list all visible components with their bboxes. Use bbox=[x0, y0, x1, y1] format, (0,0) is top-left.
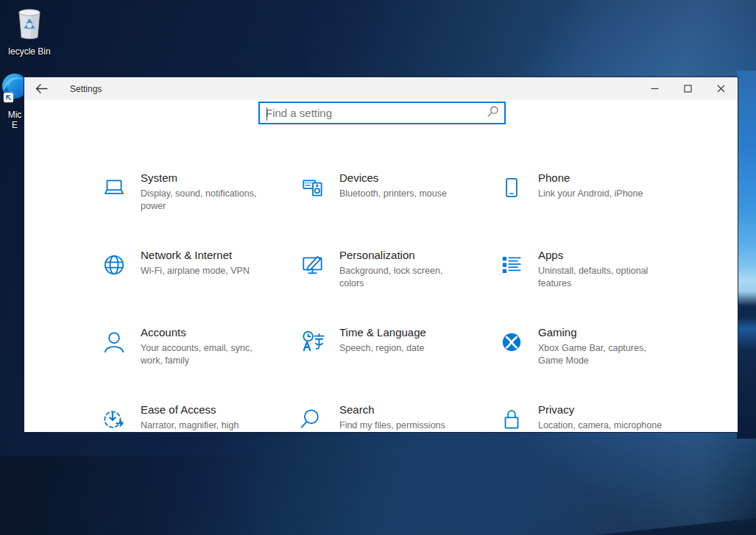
maximize-icon bbox=[684, 85, 692, 93]
tile-subtitle: Background, lock screen, colors bbox=[339, 265, 469, 290]
close-button[interactable] bbox=[704, 77, 738, 100]
person-icon bbox=[98, 326, 130, 358]
search-magnifier-icon bbox=[487, 106, 498, 120]
time-language-icon bbox=[297, 326, 329, 358]
tile-accounts[interactable]: Accounts Your accounts, email, sync, wor… bbox=[98, 325, 291, 380]
close-icon bbox=[717, 85, 725, 93]
tile-title: Accounts bbox=[141, 326, 270, 339]
tile-privacy[interactable]: Privacy Location, camera, microphone bbox=[495, 402, 688, 433]
edge-label-line2: E bbox=[12, 120, 18, 130]
tile-subtitle: Narrator, magnifier, high bbox=[141, 419, 270, 432]
apps-icon bbox=[495, 249, 528, 281]
tile-time-language[interactable]: Time & Language Speech, region, date bbox=[297, 325, 490, 380]
tile-subtitle: Link your Android, iPhone bbox=[538, 188, 668, 200]
tile-ease-of-access[interactable]: Ease of Access Narrator, magnifier, high bbox=[98, 402, 291, 433]
edge-label-line1: Mic bbox=[8, 110, 22, 120]
tile-title: Network & Internet bbox=[141, 249, 270, 261]
tile-network-internet[interactable]: Network & Internet Wi-Fi, airplane mode,… bbox=[98, 247, 291, 303]
tile-title: Privacy bbox=[538, 403, 668, 416]
titlebar: Settings bbox=[24, 77, 738, 100]
tile-title: Gaming bbox=[538, 326, 668, 339]
back-arrow-icon bbox=[35, 84, 48, 93]
find-a-setting-searchbox[interactable] bbox=[258, 102, 506, 124]
lock-icon bbox=[495, 403, 528, 433]
settings-window: Settings bbox=[24, 77, 738, 433]
minimize-button[interactable] bbox=[638, 77, 671, 100]
globe-icon bbox=[98, 249, 130, 281]
recycle-bin-icon bbox=[13, 6, 46, 43]
text-caret bbox=[266, 107, 267, 121]
ease-of-access-icon bbox=[98, 403, 130, 433]
tile-search[interactable]: Search Find my files, permissions bbox=[297, 402, 490, 433]
tile-subtitle: Xbox Game Bar, captures, Game Mode bbox=[538, 342, 668, 367]
recycle-bin-desktop-icon[interactable]: lecycle Bin bbox=[0, 6, 59, 57]
personalization-icon bbox=[297, 249, 329, 281]
tile-title: Apps bbox=[538, 249, 668, 261]
xbox-icon bbox=[495, 326, 528, 358]
tile-title: Devices bbox=[339, 171, 469, 184]
tile-apps[interactable]: Apps Uninstall, defaults, optional featu… bbox=[495, 247, 688, 303]
tile-title: Phone bbox=[538, 171, 668, 184]
wallpaper-light-band bbox=[737, 71, 756, 439]
tile-title: Time & Language bbox=[339, 326, 469, 339]
back-button[interactable] bbox=[24, 77, 58, 100]
tile-subtitle: Wi-Fi, airplane mode, VPN bbox=[141, 265, 270, 277]
tile-title: Search bbox=[339, 403, 469, 416]
tile-subtitle: Find my files, permissions bbox=[339, 419, 469, 432]
tile-devices[interactable]: Devices Bluetooth, printers, mouse bbox=[297, 170, 490, 226]
maximize-button[interactable] bbox=[671, 77, 704, 100]
devices-icon bbox=[297, 171, 329, 204]
wallpaper-shadow bbox=[0, 456, 398, 535]
tile-subtitle: Your accounts, email, sync, work, family bbox=[141, 342, 270, 367]
tile-gaming[interactable]: Gaming Xbox Game Bar, captures, Game Mod… bbox=[495, 325, 688, 380]
tile-subtitle: Speech, region, date bbox=[339, 342, 469, 355]
tile-subtitle: Uninstall, defaults, optional features bbox=[538, 265, 668, 290]
tile-subtitle: Location, camera, microphone bbox=[538, 419, 668, 432]
tile-title: Personalization bbox=[339, 249, 469, 261]
tile-title: System bbox=[141, 171, 270, 184]
tile-title: Ease of Access bbox=[141, 403, 270, 416]
window-title: Settings bbox=[70, 84, 102, 94]
tile-phone[interactable]: Phone Link your Android, iPhone bbox=[495, 170, 688, 226]
laptop-icon bbox=[98, 171, 130, 204]
tile-system[interactable]: System Display, sound, notifications, po… bbox=[98, 170, 291, 226]
recycle-bin-label: lecycle Bin bbox=[8, 46, 50, 57]
tile-subtitle: Display, sound, notifications, power bbox=[141, 188, 270, 213]
minimize-icon bbox=[651, 85, 659, 93]
search-tile-icon bbox=[297, 403, 329, 433]
tile-personalization[interactable]: Personalization Background, lock screen,… bbox=[297, 247, 490, 303]
phone-icon bbox=[495, 171, 528, 204]
tile-subtitle: Bluetooth, printers, mouse bbox=[339, 188, 469, 200]
search-input[interactable] bbox=[260, 107, 487, 119]
